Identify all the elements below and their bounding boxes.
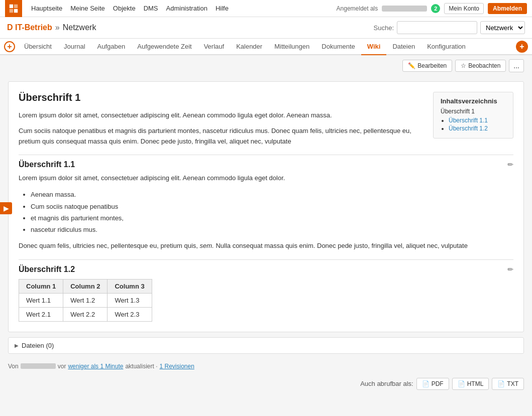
tabs-bar: + Übersicht Journal Aufgaben Aufgewendet… bbox=[0, 39, 532, 55]
footer-suffix-before: aktualisiert · bbox=[125, 363, 157, 370]
table-of-contents: Inhaltsverzeichnis Überschrift 1 Übersch… bbox=[433, 92, 513, 138]
wiki-table: Column 1 Column 2 Column 3 Wert 1.1 Wert… bbox=[19, 279, 152, 322]
list-item: Cum sociis natoque penatibus bbox=[31, 201, 513, 212]
project-header: D IT-Betrieb » Netzwerk Suche: Netzwerk bbox=[0, 17, 532, 39]
toc-link-1-1[interactable]: Überschrift 1.1 bbox=[449, 117, 488, 124]
nav-hilfe[interactable]: Hilfe bbox=[211, 0, 233, 17]
tab-aufgaben[interactable]: Aufgaben bbox=[91, 39, 132, 55]
abmelden-button[interactable]: Abmelden bbox=[488, 3, 527, 14]
user-label: Angemeldet als bbox=[337, 5, 378, 12]
edit-section-1-2-icon[interactable]: ✏ bbox=[507, 265, 513, 273]
more-button[interactable]: ... bbox=[509, 59, 524, 72]
notification-badge[interactable]: 2 bbox=[431, 4, 440, 13]
files-section[interactable]: ▶ Dateien (0) bbox=[8, 337, 524, 354]
search-area: Suche: Netzwerk bbox=[374, 21, 525, 34]
table-col-1: Column 1 bbox=[19, 279, 63, 293]
nav-meine-seite[interactable]: Meine Seite bbox=[66, 0, 109, 17]
sem-text: sem. bbox=[200, 242, 214, 249]
sub-title: Netzwerk bbox=[63, 23, 96, 32]
download-txt-button[interactable]: 📄 TXT bbox=[492, 378, 524, 390]
download-pdf-button[interactable]: 📄 PDF bbox=[416, 378, 449, 390]
nav-dms[interactable]: DMS bbox=[140, 0, 162, 17]
mein-konto-button[interactable]: Mein Konto bbox=[444, 3, 484, 14]
project-link[interactable]: D IT-Betrieb bbox=[7, 23, 52, 32]
search-label: Suche: bbox=[374, 24, 394, 32]
tab-wiki[interactable]: Wiki bbox=[361, 39, 387, 55]
nav-administration[interactable]: Administration bbox=[162, 0, 211, 17]
star-icon: ☆ bbox=[461, 62, 466, 69]
toc-link-1-2[interactable]: Überschrift 1.2 bbox=[449, 125, 488, 132]
footer-revisions-link[interactable]: 1 Revisionen bbox=[159, 363, 194, 370]
wiki-paragraph-after-list: Donec quam felis, ultricies nec, pellent… bbox=[19, 241, 513, 251]
app-logo bbox=[5, 0, 22, 17]
tab-journal[interactable]: Journal bbox=[58, 39, 91, 55]
top-navigation-bar: Hauptseite Meine Seite Objekte DMS Admin… bbox=[0, 0, 532, 17]
add-tab-button[interactable]: + bbox=[4, 41, 15, 52]
wiki-heading-1-2: Überschrift 1.2 ✏ bbox=[19, 259, 513, 274]
svg-rect-0 bbox=[10, 4, 13, 8]
footer-middle-prefix: vor bbox=[58, 363, 66, 370]
table-col-3: Column 3 bbox=[108, 279, 152, 293]
table-cell: Wert 2.2 bbox=[63, 307, 108, 321]
toc-list: Überschrift 1.1 Überschrift 1.2 bbox=[441, 117, 506, 132]
search-input[interactable] bbox=[397, 21, 477, 34]
nav-objekte[interactable]: Objekte bbox=[109, 0, 140, 17]
tab-konfiguration[interactable]: Konfiguration bbox=[421, 39, 472, 55]
table-cell: Wert 1.2 bbox=[63, 293, 108, 307]
footer-time-link[interactable]: weniger als 1 Minute bbox=[68, 363, 123, 370]
action-bar: ✏️ Bearbeiten ☆ Beobachten ... bbox=[0, 55, 532, 76]
tab-verlauf[interactable]: Verlauf bbox=[198, 39, 230, 55]
tab-mitteilungen[interactable]: Mitteilungen bbox=[268, 39, 315, 55]
tab-dokumente[interactable]: Dokumente bbox=[315, 39, 361, 55]
edit-section-1-1-icon[interactable]: ✏ bbox=[507, 161, 513, 169]
download-html-button[interactable]: 📄 HTML bbox=[452, 378, 489, 390]
tab-kalender[interactable]: Kalender bbox=[230, 39, 268, 55]
toc-title: Inhaltsverzeichnis bbox=[441, 97, 506, 105]
search-scope-select[interactable]: Netzwerk bbox=[480, 21, 525, 34]
table-cell: Wert 1.3 bbox=[108, 293, 152, 307]
left-arrow-button[interactable]: ▶ bbox=[0, 202, 12, 214]
footer-prefix: Von bbox=[8, 363, 19, 370]
download-bar: Auch abrufbar als: 📄 PDF 📄 HTML 📄 TXT bbox=[0, 374, 532, 394]
main-content: Inhaltsverzeichnis Überschrift 1 Übersch… bbox=[0, 76, 532, 359]
wiki-card: Inhaltsverzeichnis Überschrift 1 Übersch… bbox=[8, 81, 524, 332]
tab-dateien[interactable]: Dateien bbox=[386, 39, 421, 55]
user-name-blur bbox=[382, 6, 427, 12]
footer-bar: Von vor weniger als 1 Minute aktualisier… bbox=[0, 359, 532, 374]
txt-icon: 📄 bbox=[497, 380, 505, 387]
table-header-row: Column 1 Column 2 Column 3 bbox=[19, 279, 152, 293]
tab-aufgewendete-zeit[interactable]: Aufgewendete Zeit bbox=[131, 39, 197, 55]
table-row: Wert 2.1 Wert 2.2 Wert 2.3 bbox=[19, 307, 152, 321]
list-item: Überschrift 1.2 bbox=[449, 125, 506, 132]
download-label: Auch abrufbar als: bbox=[360, 380, 413, 387]
nav-hauptseite[interactable]: Hauptseite bbox=[27, 0, 66, 17]
edit-button[interactable]: ✏️ Bearbeiten bbox=[402, 60, 452, 72]
tab-add-right-button[interactable]: + bbox=[516, 41, 528, 53]
svg-rect-1 bbox=[14, 4, 18, 8]
triangle-icon: ▶ bbox=[15, 343, 19, 348]
table-col-2: Column 2 bbox=[63, 279, 108, 293]
watch-button[interactable]: ☆ Beobachten bbox=[455, 60, 506, 72]
pdf-icon: 📄 bbox=[422, 380, 430, 387]
list-item: et magnis dis parturient montes, bbox=[31, 212, 513, 224]
wiki-heading-1-1: Überschrift 1.1 ✏ bbox=[19, 155, 513, 169]
title-separator: » bbox=[55, 23, 60, 32]
table-cell: Wert 2.3 bbox=[108, 307, 152, 321]
tab-ubersicht[interactable]: Übersicht bbox=[18, 39, 58, 55]
files-label: Dateien (0) bbox=[22, 342, 54, 349]
project-title: D IT-Betrieb » Netzwerk bbox=[7, 23, 96, 32]
table-cell: Wert 1.1 bbox=[19, 293, 63, 307]
table-cell: Wert 2.1 bbox=[19, 307, 63, 321]
top-nav: Hauptseite Meine Seite Objekte DMS Admin… bbox=[27, 0, 337, 17]
top-bar-right: Angemeldet als 2 Mein Konto Abmelden bbox=[337, 3, 527, 14]
wiki-paragraph-1-1: Lorem ipsum dolor sit amet, consectetuer… bbox=[19, 173, 513, 184]
svg-rect-3 bbox=[14, 9, 18, 12]
toc-h1[interactable]: Überschrift 1 bbox=[441, 108, 506, 115]
list-item: nascetur ridiculus mus. bbox=[31, 224, 513, 235]
svg-rect-2 bbox=[10, 9, 13, 12]
list-item: Aenean massa. bbox=[31, 189, 513, 200]
html-icon: 📄 bbox=[458, 380, 465, 387]
table-row: Wert 1.1 Wert 1.2 Wert 1.3 bbox=[19, 293, 152, 307]
footer-user-blur bbox=[21, 363, 56, 369]
wiki-list-1-1: Aenean massa. Cum sociis natoque penatib… bbox=[19, 189, 513, 236]
